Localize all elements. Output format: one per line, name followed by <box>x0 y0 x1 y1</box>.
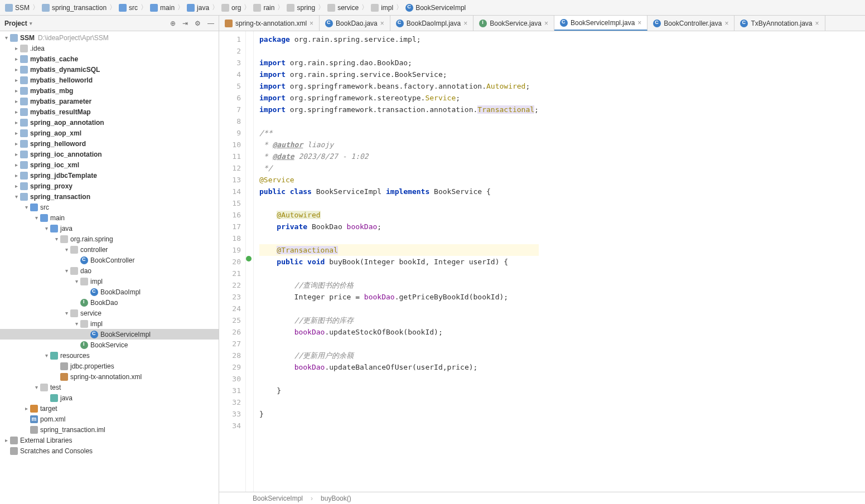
code-line[interactable]: package org.rain.spring.service.impl; <box>259 33 539 45</box>
tree-arrow-icon[interactable] <box>12 66 20 72</box>
code-line[interactable]: bookDao.updateBalanceOfUser(userId,price… <box>259 361 539 373</box>
tree-node[interactable]: src <box>0 202 219 212</box>
tree-node[interactable]: pom.xml <box>0 414 219 424</box>
code-line[interactable]: import org.springframework.transaction.a… <box>259 104 539 115</box>
tree-node[interactable]: SSMD:\ideaPorject\Apr\SSM <box>0 32 219 43</box>
tree-node[interactable]: mybatis_resultMap <box>0 106 219 117</box>
sidebar-title[interactable]: Project ▾ <box>4 20 170 27</box>
hide-icon[interactable]: — <box>207 20 214 27</box>
tree-node[interactable]: service <box>0 308 219 318</box>
code-line[interactable]: public void buyBook(Integer bookId, Inte… <box>259 256 539 268</box>
tree-arrow-icon[interactable] <box>12 151 20 157</box>
breadcrumb-item[interactable]: rain <box>252 4 276 12</box>
tree-arrow-icon[interactable] <box>62 268 70 274</box>
code-line[interactable]: */ <box>259 162 539 174</box>
close-icon[interactable]: × <box>544 20 548 27</box>
tree-arrow-icon[interactable] <box>22 204 30 210</box>
tree-arrow-icon[interactable] <box>12 140 20 147</box>
project-tree[interactable]: SSMD:\ideaPorject\Apr\SSM.ideamybatis_ca… <box>0 31 219 504</box>
tree-node[interactable]: impl <box>0 318 219 329</box>
tree-arrow-icon[interactable] <box>12 172 20 178</box>
tree-arrow-icon[interactable] <box>42 225 50 231</box>
tree-node[interactable]: spring_transaction <box>0 191 219 202</box>
breadcrumb-item[interactable]: service <box>326 4 360 12</box>
tree-arrow-icon[interactable] <box>73 278 80 284</box>
tree-node[interactable]: BookService <box>0 340 219 350</box>
breadcrumb-item[interactable]: spring_transaction <box>40 4 108 12</box>
tree-node[interactable]: spring-tx-annotation.xml <box>0 371 219 382</box>
code-line[interactable]: //更新图书的库存 <box>259 314 539 326</box>
tree-node[interactable]: java <box>0 223 219 234</box>
close-icon[interactable]: × <box>380 20 384 27</box>
close-icon[interactable]: × <box>724 20 728 27</box>
tree-arrow-icon[interactable] <box>12 88 20 94</box>
tree-node[interactable]: mybatis_mbg <box>0 85 219 96</box>
tree-arrow-icon[interactable] <box>32 384 40 390</box>
tree-node[interactable]: test <box>0 382 219 392</box>
code-line[interactable]: private BookDao bookDao; <box>259 221 539 232</box>
code-line[interactable]: * @date 2023/8/27 - 1:02 <box>259 151 539 162</box>
editor-tab[interactable]: BookServiceImpl.java× <box>554 16 647 31</box>
tree-node[interactable]: spring_proxy <box>0 181 219 191</box>
tree-node[interactable]: External Libraries <box>0 435 219 445</box>
tree-arrow-icon[interactable] <box>12 109 20 115</box>
tree-arrow-icon[interactable] <box>42 352 50 358</box>
tree-node[interactable]: dao <box>0 265 219 276</box>
code-line[interactable] <box>259 115 539 127</box>
tree-node[interactable]: jdbc.properties <box>0 361 219 371</box>
code-line[interactable] <box>259 396 539 408</box>
locate-icon[interactable]: ⊕ <box>170 20 176 27</box>
tree-node[interactable]: spring_ioc_xml <box>0 159 219 170</box>
tree-arrow-icon[interactable] <box>12 45 20 51</box>
tree-arrow-icon[interactable] <box>62 310 70 316</box>
tree-node[interactable]: impl <box>0 276 219 287</box>
breadcrumb-item[interactable]: main <box>148 4 176 12</box>
tree-node[interactable]: resources <box>0 350 219 361</box>
breadcrumb-item[interactable]: spring <box>285 4 317 12</box>
tree-arrow-icon[interactable] <box>62 246 70 253</box>
code-line[interactable]: @Transactional <box>259 244 539 256</box>
code-line[interactable]: import org.rain.spring.dao.BookDao; <box>259 57 539 69</box>
tree-node[interactable]: Scratches and Consoles <box>0 445 219 456</box>
tree-arrow-icon[interactable] <box>52 236 60 242</box>
code-line[interactable]: @Service <box>259 174 539 186</box>
tree-node[interactable]: org.rain.spring <box>0 234 219 244</box>
tree-node[interactable]: BookServiceImpl <box>0 329 219 340</box>
code-line[interactable] <box>259 420 539 432</box>
editor-tab[interactable]: BookDao.java× <box>320 16 390 31</box>
tree-arrow-icon[interactable] <box>12 183 20 189</box>
code-line[interactable]: * @author liaojy <box>259 139 539 151</box>
status-method[interactable]: buyBook() <box>321 495 351 502</box>
code-content[interactable]: package org.rain.spring.service.impl; im… <box>254 31 539 492</box>
tree-node[interactable]: mybatis_dynamicSQL <box>0 64 219 75</box>
code-line[interactable] <box>259 373 539 385</box>
code-line[interactable] <box>259 232 539 244</box>
breadcrumb-item[interactable]: src <box>117 4 139 12</box>
breadcrumb-item[interactable]: impl <box>369 4 395 12</box>
tree-node[interactable]: main <box>0 212 219 223</box>
code-editor[interactable]: 1234567891011121314151617181920212223242… <box>219 31 865 492</box>
code-line[interactable] <box>259 338 539 350</box>
tree-node[interactable]: spring_transaction.iml <box>0 424 219 435</box>
close-icon[interactable]: × <box>815 20 819 27</box>
breadcrumb-item[interactable]: java <box>185 4 211 12</box>
code-line[interactable]: //查询图书的价格 <box>259 279 539 291</box>
collapse-icon[interactable]: ⇥ <box>182 20 188 27</box>
breadcrumb-item[interactable]: SSM <box>3 4 31 12</box>
code-line[interactable] <box>259 268 539 279</box>
tree-node[interactable]: mybatis_cache <box>0 54 219 64</box>
settings-icon[interactable]: ⚙ <box>195 20 201 27</box>
code-line[interactable]: @Autowired <box>259 209 539 221</box>
editor-tab[interactable]: TxByAnnotation.java× <box>734 16 825 31</box>
tree-arrow-icon[interactable] <box>2 437 10 443</box>
tree-node[interactable]: target <box>0 403 219 414</box>
code-line[interactable] <box>259 197 539 209</box>
tree-arrow-icon[interactable] <box>12 77 20 83</box>
close-icon[interactable]: × <box>463 20 467 27</box>
tree-node[interactable]: mybatis_parameter <box>0 96 219 106</box>
tree-arrow-icon[interactable] <box>12 119 20 125</box>
editor-tab[interactable]: BookController.java× <box>647 16 734 31</box>
code-line[interactable] <box>259 303 539 314</box>
code-line[interactable]: bookDao.updateStockOfBook(bookId); <box>259 326 539 338</box>
override-icon[interactable] <box>246 256 252 261</box>
